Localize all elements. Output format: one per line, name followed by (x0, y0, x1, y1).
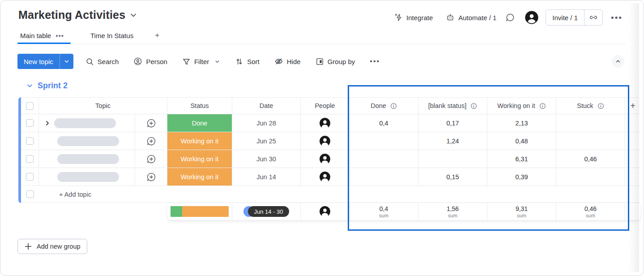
status-cell[interactable]: Working on it (167, 132, 232, 150)
status-chip: Working on it (167, 168, 232, 185)
row-checkbox[interactable] (26, 155, 34, 163)
time-blank-cell[interactable]: 0,15 (418, 168, 487, 185)
time-done-cell[interactable] (350, 132, 418, 150)
group-collapse-icon[interactable] (26, 82, 33, 89)
copy-link-button[interactable] (584, 10, 602, 25)
toolbar-more-button[interactable]: ••• (370, 58, 380, 65)
column-header-blank-status[interactable]: [blank status] (418, 98, 487, 114)
info-icon[interactable] (539, 103, 546, 109)
time-stuck-cell[interactable] (556, 132, 625, 150)
distribution-done-segment[interactable] (171, 206, 182, 217)
tab-time-in-status[interactable]: Time In Status (90, 32, 133, 39)
conversation-cell[interactable] (135, 168, 167, 185)
person-filter-button[interactable]: Person (133, 57, 167, 66)
status-cell[interactable]: Done (167, 114, 232, 132)
sort-button[interactable]: Sort (235, 57, 260, 66)
expand-chevron-icon[interactable] (44, 120, 51, 126)
column-header-topic[interactable]: Topic (39, 98, 167, 114)
conversation-cell[interactable] (135, 132, 167, 150)
hide-button[interactable]: Hide (274, 57, 301, 66)
collapse-toolbar-button[interactable] (612, 55, 624, 68)
time-blank-cell[interactable] (418, 150, 487, 168)
group-by-label: Group by (328, 58, 355, 65)
search-button[interactable]: Search (85, 57, 119, 66)
row-checkbox[interactable] (26, 190, 34, 198)
add-view-button[interactable]: + (155, 31, 159, 40)
board-more-button[interactable]: ••• (611, 13, 623, 22)
status-cell[interactable]: Working on it (167, 168, 232, 185)
topic-cell[interactable] (39, 132, 135, 150)
column-header-date[interactable]: Date (232, 98, 301, 114)
chat-button[interactable] (505, 13, 515, 22)
topic-cell[interactable] (39, 168, 135, 185)
add-topic-button[interactable]: + Add topic (39, 191, 91, 198)
time-blank-cell[interactable]: 1,24 (418, 132, 487, 150)
tab-main-table[interactable]: Main table ••• (20, 32, 64, 39)
time-done-cell[interactable]: 0,4 (350, 114, 418, 132)
time-done-cell[interactable] (350, 168, 418, 185)
people-cell[interactable] (301, 114, 350, 132)
column-header-working-on-it[interactable]: Working on it (487, 98, 556, 114)
date-cell[interactable]: Jun 25 (232, 132, 301, 150)
row-checkbox[interactable] (26, 137, 34, 145)
date-cell[interactable]: Jun 14 (232, 168, 301, 185)
column-header-stuck[interactable]: Stuck (556, 98, 625, 114)
user-avatar[interactable] (525, 11, 538, 24)
info-icon[interactable] (470, 103, 477, 109)
time-stuck-cell[interactable]: 0,46 (556, 150, 625, 168)
column-header-status[interactable]: Status (167, 98, 232, 114)
date-range-cell[interactable]: Jun 14 - 30 (232, 203, 301, 220)
invite-button[interactable]: Invite / 1 (546, 10, 584, 25)
select-all-checkbox[interactable] (26, 102, 34, 110)
new-topic-label[interactable]: New topic (17, 54, 60, 69)
info-icon[interactable] (390, 103, 397, 109)
group-title[interactable]: Sprint 2 (38, 81, 68, 91)
row-end-cell (625, 168, 640, 185)
chevron-down-icon[interactable] (129, 11, 138, 20)
status-distribution-bar[interactable] (171, 206, 229, 217)
sum-done-cell[interactable]: 0,4 sum (350, 203, 418, 220)
status-cell[interactable]: Working on it (167, 150, 232, 168)
time-done-cell[interactable] (350, 150, 418, 168)
people-summary-cell[interactable] (301, 203, 350, 220)
time-working-cell[interactable]: 2,13 (487, 114, 556, 132)
topic-cell[interactable] (39, 150, 135, 168)
status-distribution-cell[interactable] (167, 203, 232, 220)
time-working-cell[interactable]: 0,39 (487, 168, 556, 185)
integrate-button[interactable]: Integrate (394, 13, 433, 22)
column-header-done-label: Done (371, 102, 386, 109)
invite-group: Invite / 1 (546, 9, 603, 26)
people-cell[interactable] (301, 168, 350, 185)
group-by-button[interactable]: Group by (316, 57, 355, 66)
conversation-cell[interactable] (135, 150, 167, 168)
date-range-pill[interactable]: Jun 14 - 30 (243, 206, 289, 217)
topic-cell[interactable] (39, 114, 135, 132)
add-column-button[interactable]: + (625, 98, 640, 114)
info-icon[interactable] (597, 103, 604, 109)
sum-stuck-cell[interactable]: 0,46 sum (556, 203, 625, 220)
date-cell[interactable]: Jun 30 (232, 150, 301, 168)
new-topic-button[interactable]: New topic (17, 54, 73, 69)
new-topic-caret[interactable] (60, 54, 73, 69)
people-cell[interactable] (301, 132, 350, 150)
time-working-cell[interactable]: 6,31 (487, 150, 556, 168)
conversation-cell[interactable] (135, 114, 167, 132)
sum-blank-cell[interactable]: 1,56 sum (418, 203, 487, 220)
date-cell[interactable]: Jun 28 (232, 114, 301, 132)
distribution-working-segment[interactable] (182, 206, 229, 217)
tab-menu-icon[interactable]: ••• (55, 32, 64, 39)
time-stuck-cell[interactable] (556, 114, 625, 132)
time-working-cell[interactable]: 0,48 (487, 132, 556, 150)
column-header-people[interactable]: People (301, 98, 350, 114)
filter-button[interactable]: Filter (182, 57, 220, 66)
column-header-done[interactable]: Done (350, 98, 418, 114)
row-checkbox[interactable] (26, 173, 34, 181)
sum-working-cell[interactable]: 9,31 sum (487, 203, 556, 220)
add-new-group-button[interactable]: Add new group (17, 239, 87, 254)
time-blank-cell[interactable]: 0,17 (418, 114, 487, 132)
filter-caret-icon[interactable] (214, 59, 220, 65)
automate-button[interactable]: Automate / 1 (445, 13, 496, 22)
row-checkbox[interactable] (26, 119, 34, 127)
time-stuck-cell[interactable] (556, 168, 625, 185)
people-cell[interactable] (301, 150, 350, 168)
